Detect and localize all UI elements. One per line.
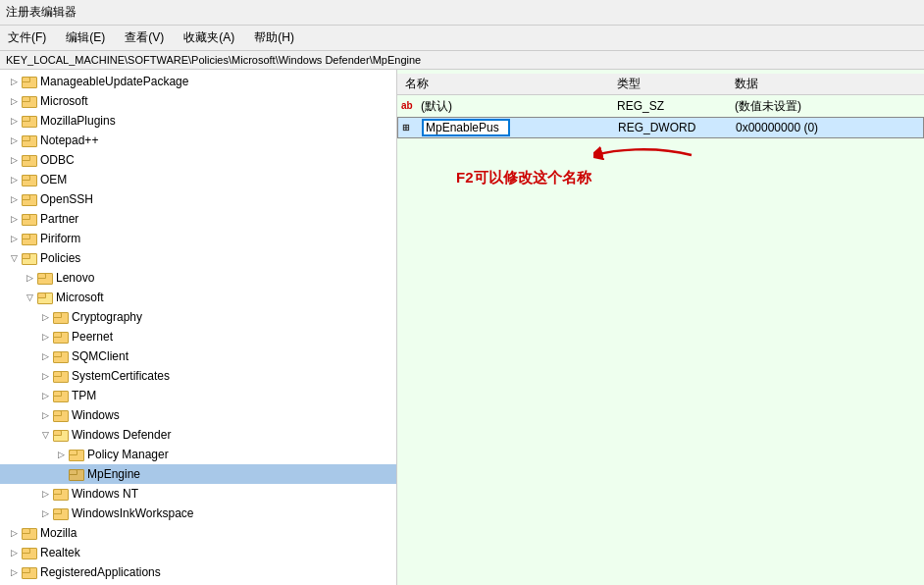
- tree-arrow-policymanager[interactable]: ▷: [53, 450, 69, 459]
- folder-icon-mozillaplugins: [22, 114, 37, 128]
- tree-item-oem[interactable]: ▷ OEM: [0, 170, 396, 189]
- tree-arrow-realtek[interactable]: ▷: [6, 548, 22, 558]
- tree-arrow-microsoft1[interactable]: ▷: [6, 96, 22, 106]
- tree-panel[interactable]: ▷ ManageableUpdatePackage ▷ Microsoft ▷ …: [0, 70, 397, 585]
- col-header-data: 数据: [735, 76, 920, 92]
- tree-arrow-sqmclient[interactable]: ▷: [37, 351, 53, 361]
- folder-icon-sqmclient: [53, 349, 69, 363]
- tree-label-cryptography: Cryptography: [72, 310, 142, 324]
- tree-label-windows: Windows: [72, 408, 120, 422]
- tree-item-systemcerts[interactable]: ▷ SystemCertificates: [0, 366, 396, 386]
- tree-arrow-mozilla[interactable]: ▷: [6, 528, 22, 538]
- folder-icon-systemcerts: [53, 369, 69, 383]
- menu-favorites[interactable]: 收藏夹(A): [180, 27, 238, 48]
- tree-item-odbc[interactable]: ▷ ODBC: [0, 150, 396, 170]
- tree-arrow-windowsinkworkspace[interactable]: ▷: [37, 508, 53, 518]
- tree-item-policies[interactable]: ▽ Policies: [0, 248, 396, 268]
- tree-arrow-policies[interactable]: ▽: [6, 253, 22, 263]
- tree-arrow-notepadpp[interactable]: ▷: [6, 135, 22, 145]
- tree-item-mozillaplugins[interactable]: ▷ MozillaPlugins: [0, 111, 396, 131]
- tree-item-windows[interactable]: ▷ Windows: [0, 405, 396, 425]
- folder-icon-notepadpp: [22, 133, 37, 147]
- icon-ab-default: ab: [401, 99, 417, 113]
- tree-item-peernet[interactable]: ▷ Peernet: [0, 327, 396, 346]
- tree-label-windowsinkworkspace: WindowsInkWorkspace: [72, 506, 194, 520]
- row-name-mpenabledpus: MpEnablePus: [422, 119, 618, 136]
- tree-item-lenovo[interactable]: ▷ Lenovo: [0, 268, 396, 288]
- tree-label-manageable: ManageableUpdatePackage: [40, 75, 188, 88]
- tree-label-sqmclient: SQMClient: [72, 349, 128, 363]
- tree-item-windowsnt[interactable]: ▷ Windows NT: [0, 484, 396, 504]
- folder-icon-windowsinkworkspace: [53, 506, 69, 520]
- tree-arrow-registeredapps[interactable]: ▷: [6, 567, 22, 577]
- tree-label-partner: Partner: [40, 212, 78, 226]
- row-default[interactable]: ab (默认) REG_SZ (数值未设置): [397, 95, 924, 117]
- folder-icon-oem: [22, 173, 37, 186]
- tree-arrow-mozillaplugins[interactable]: ▷: [6, 116, 22, 126]
- tree-label-policies: Policies: [40, 251, 80, 265]
- tree-item-cryptography[interactable]: ▷ Cryptography: [0, 307, 396, 327]
- tree-arrow-microsoft2[interactable]: ▽: [22, 292, 37, 302]
- tree-item-mpengine[interactable]: MpEngine: [0, 464, 396, 484]
- tree-label-openssh: OpenSSH: [40, 192, 93, 206]
- tree-arrow-manageable[interactable]: ▷: [6, 77, 22, 86]
- tree-item-microsoft2[interactable]: ▽ Microsoft: [0, 288, 396, 307]
- tree-item-registeredapps[interactable]: ▷ RegisteredApplications: [0, 562, 396, 582]
- col-header-name: 名称: [401, 76, 617, 92]
- menu-file[interactable]: 文件(F): [4, 27, 50, 48]
- tree-item-policymanager[interactable]: ▷ Policy Manager: [0, 445, 396, 464]
- tree-item-openssh[interactable]: ▷ OpenSSH: [0, 189, 396, 209]
- folder-icon-mozilla: [22, 526, 37, 540]
- tree-item-manageable[interactable]: ▷ ManageableUpdatePackage: [0, 72, 396, 91]
- row-type-default: REG_SZ: [617, 99, 735, 113]
- folder-icon-lenovo: [37, 271, 53, 285]
- main-container: ▷ ManageableUpdatePackage ▷ Microsoft ▷ …: [0, 70, 924, 585]
- menu-edit[interactable]: 编辑(E): [62, 27, 109, 48]
- row-name-default: (默认): [421, 98, 617, 115]
- tree-label-systemcerts: SystemCertificates: [72, 369, 170, 383]
- tree-arrow-openssh[interactable]: ▷: [6, 194, 22, 204]
- tree-label-realtek: Realtek: [40, 546, 80, 559]
- tree-arrow-oem[interactable]: ▷: [6, 175, 22, 185]
- tree-item-piriform[interactable]: ▷ Piriform: [0, 229, 396, 248]
- tree-arrow-tpm[interactable]: ▷: [37, 391, 53, 400]
- folder-icon-piriform: [22, 232, 37, 245]
- icon-bin-mpenabledpus: ⊞: [402, 121, 418, 134]
- folder-icon-peernet: [53, 330, 69, 344]
- tree-arrow-piriform[interactable]: ▷: [6, 234, 22, 243]
- tree-label-peernet: Peernet: [72, 330, 113, 344]
- tree-item-sqmclient[interactable]: ▷ SQMClient: [0, 346, 396, 366]
- tree-item-notepadpp[interactable]: ▷ Notepad++: [0, 131, 396, 150]
- tree-label-microsoft2: Microsoft: [56, 291, 104, 304]
- address-bar: KEY_LOCAL_MACHINE\SOFTWARE\Policies\Micr…: [0, 51, 924, 70]
- col-header-type: 类型: [617, 76, 735, 92]
- folder-icon-cryptography: [53, 310, 69, 324]
- tree-item-realtek[interactable]: ▷ Realtek: [0, 543, 396, 562]
- tree-item-windowsinkworkspace[interactable]: ▷ WindowsInkWorkspace: [0, 504, 396, 523]
- tree-arrow-peernet[interactable]: ▷: [37, 332, 53, 342]
- tree-arrow-partner[interactable]: ▷: [6, 214, 22, 224]
- tree-item-windefender[interactable]: ▽ Windows Defender: [0, 425, 396, 445]
- tree-arrow-windowsnt[interactable]: ▷: [37, 489, 53, 499]
- tree-arrow-cryptography[interactable]: ▷: [37, 312, 53, 322]
- row-mpenabledpus[interactable]: ⊞ MpEnablePus REG_DWORD 0x00000000 (0): [397, 117, 924, 138]
- tree-arrow-windefender[interactable]: ▽: [37, 430, 53, 440]
- tree-item-mozilla[interactable]: ▷ Mozilla: [0, 523, 396, 543]
- tree-label-mpengine: MpEngine: [87, 467, 140, 481]
- tree-arrow-lenovo[interactable]: ▷: [22, 273, 37, 283]
- tree-arrow-odbc[interactable]: ▷: [6, 155, 22, 165]
- menu-help[interactable]: 帮助(H): [250, 27, 298, 48]
- row-type-mpenabledpus: REG_DWORD: [618, 121, 736, 134]
- tree-label-odbc: ODBC: [40, 153, 75, 167]
- tree-item-partner[interactable]: ▷ Partner: [0, 209, 396, 229]
- row-name-editing-mpenabledpus[interactable]: MpEnablePus: [422, 119, 510, 136]
- tree-arrow-systemcerts[interactable]: ▷: [37, 371, 53, 381]
- folder-icon-openssh: [22, 192, 37, 206]
- tree-item-tpm[interactable]: ▷ TPM: [0, 386, 396, 405]
- tree-label-windefender: Windows Defender: [72, 428, 171, 442]
- folder-icon-odbc: [22, 153, 37, 167]
- tree-item-microsoft1[interactable]: ▷ Microsoft: [0, 91, 396, 111]
- menu-view[interactable]: 查看(V): [121, 27, 168, 48]
- tree-arrow-windows[interactable]: ▷: [37, 410, 53, 420]
- address-path: KEY_LOCAL_MACHINE\SOFTWARE\Policies\Micr…: [6, 54, 421, 66]
